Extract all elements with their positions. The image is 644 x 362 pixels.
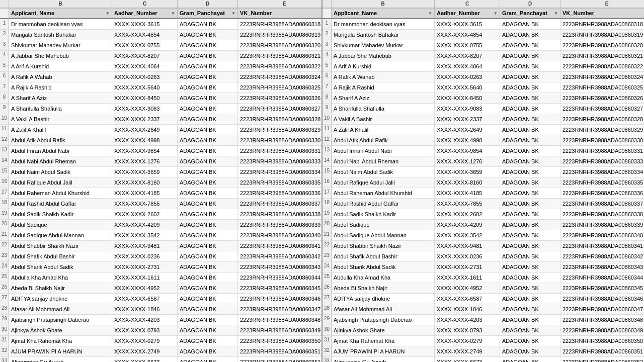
cell-vk[interactable]: 2223RNRHR3988ADA00860335 xyxy=(238,177,321,188)
filter-icon-aadhar-right[interactable]: ▼ xyxy=(494,11,498,16)
cell-name[interactable]: Abeda Bi Shaikh Najir xyxy=(332,283,435,293)
cell-gram[interactable]: ADAGOAN BK xyxy=(500,283,560,293)
header-vk-right[interactable]: VK_Number ▼ xyxy=(560,9,644,18)
cell-vk[interactable]: 2223RNRHR3988ADA00860340 xyxy=(560,230,644,240)
cell-vk[interactable]: 2223RNRHR3988ADA00860326 xyxy=(560,93,644,103)
cell-gram[interactable]: ADAGOAN BK xyxy=(178,51,238,61)
header-aadhar-left[interactable]: Aadhar_Number ▼ xyxy=(112,9,178,18)
cell-name[interactable]: Abdul Naim Abdul Sadik xyxy=(332,167,435,177)
cell-vk[interactable]: 2223RNRHR3988ADA00860352 xyxy=(560,357,644,362)
cell-name[interactable]: Ajinkya Ashok Ghate xyxy=(332,325,435,335)
cell-aadhar[interactable]: XXXX-XXXX-1846 xyxy=(112,304,178,314)
cell-aadhar[interactable]: XXXX-XXXX-6587 xyxy=(435,294,500,304)
cell-gram[interactable]: ADAGOAN BK xyxy=(500,72,560,82)
cell-gram[interactable]: ADAGOAN BK xyxy=(500,93,560,103)
cell-aadhar[interactable]: XXXX-XXXX-0755 xyxy=(112,40,178,50)
cell-aadhar[interactable]: XXXX-XXXX-6673 xyxy=(112,357,178,362)
cell-name[interactable]: A Arif A Kurshid xyxy=(9,61,112,71)
cell-aadhar[interactable]: XXXX-XXXX-2649 xyxy=(112,125,178,135)
cell-aadhar[interactable]: XXXX-XXXX-3659 xyxy=(112,167,178,177)
filter-icon-applicant-right[interactable]: ▼ xyxy=(428,11,432,16)
cell-gram[interactable]: ADAGOAN BK xyxy=(178,251,238,261)
cell-name[interactable]: Abdulla Kha Amad Kha xyxy=(9,273,112,283)
cell-aadhar[interactable]: XXXX-XXXX-8160 xyxy=(112,177,178,188)
cell-name[interactable]: Abdulla Kha Amad Kha xyxy=(332,273,435,283)
cell-vk[interactable]: 2223RNRHR3988ADA00860331 xyxy=(238,146,321,156)
cell-aadhar[interactable]: XXXX-XXXX-2337 xyxy=(435,114,500,124)
cell-vk[interactable]: 2223RNRHR3988ADA00860349 xyxy=(238,325,321,335)
cell-vk[interactable]: 2223RNRHR3988ADA00860344 xyxy=(560,273,644,283)
cell-vk[interactable]: 2223RNRHR3988ADA00860335 xyxy=(560,177,644,188)
cell-name[interactable]: Abdul Shabbir Shaikh Nazir xyxy=(9,241,112,251)
cell-aadhar[interactable]: XXXX-XXXX-2731 xyxy=(112,262,178,272)
cell-name[interactable]: Alimunnisa Gu Ayyub xyxy=(9,357,112,362)
cell-name[interactable]: A Rafik A Wahab xyxy=(9,72,112,82)
cell-vk[interactable]: 2223RNRHR3988ADA00860346 xyxy=(238,294,321,304)
cell-gram[interactable]: ADAGOAN BK xyxy=(500,209,560,219)
cell-vk[interactable]: 2223RNRHR3988ADA00860320 xyxy=(560,40,644,50)
cell-vk[interactable]: 2223RNRHR3988ADA00860318 xyxy=(560,19,644,29)
cell-name[interactable]: ADITYA sanjay dhokne xyxy=(332,294,435,304)
cell-gram[interactable]: ADAGOAN BK xyxy=(178,135,238,145)
cell-gram[interactable]: ADAGOAN BK xyxy=(178,61,238,71)
cell-vk[interactable]: 2223RNRHR3988ADA00860345 xyxy=(238,283,321,293)
cell-vk[interactable]: 2223RNRHR3988ADA00860325 xyxy=(238,82,321,93)
cell-aadhar[interactable]: XXXX-XXXX-0236 xyxy=(112,251,178,261)
cell-aadhar[interactable]: XXXX-XXXX-7855 xyxy=(435,199,500,209)
filter-icon-applicant-left[interactable]: ▼ xyxy=(106,11,110,16)
cell-aadhar[interactable]: XXXX-XXXX-0793 xyxy=(435,325,500,335)
cell-aadhar[interactable]: XXXX-XXXX-4998 xyxy=(112,135,178,145)
cell-aadhar[interactable]: XXXX-XXXX-0279 xyxy=(435,336,500,346)
cell-gram[interactable]: ADAGOAN BK xyxy=(500,188,560,198)
cell-vk[interactable]: 2223RNRHR3988ADA00860324 xyxy=(560,72,644,82)
cell-vk[interactable]: 2223RNRHR3988ADA00860347 xyxy=(560,304,644,314)
cell-aadhar[interactable]: XXXX-XXXX-8207 xyxy=(435,51,500,61)
cell-aadhar[interactable]: XXXX-XXXX-9481 xyxy=(112,241,178,251)
cell-gram[interactable]: ADAGOAN BK xyxy=(500,325,560,335)
cell-name[interactable]: A Sharif A Aziz xyxy=(332,93,435,103)
cell-aadhar[interactable]: XXXX-XXXX-2602 xyxy=(435,209,500,219)
cell-name[interactable]: A Sharif A Aziz xyxy=(9,93,112,103)
cell-gram[interactable]: ADAGOAN BK xyxy=(500,315,560,325)
cell-name[interactable]: ADITYA sanjay dhokne xyxy=(9,294,112,304)
cell-name[interactable]: Dr manmohan deokisan vyas xyxy=(9,19,112,29)
cell-gram[interactable]: ADAGOAN BK xyxy=(178,262,238,272)
cell-name[interactable]: AJUM PRAWIN PI A HARUN xyxy=(332,346,435,356)
cell-vk[interactable]: 2223RNRHR3988ADA00860346 xyxy=(560,294,644,304)
cell-vk[interactable]: 2223RNRHR3988ADA00860342 xyxy=(238,251,321,261)
cell-aadhar[interactable]: XXXX-XXXX-4064 xyxy=(435,61,500,71)
cell-vk[interactable]: 2223RNRHR3988ADA00860350 xyxy=(238,336,321,346)
cell-gram[interactable]: ADAGOAN BK xyxy=(178,283,238,293)
cell-vk[interactable]: 2223RNRHR3988ADA00860329 xyxy=(238,125,321,135)
cell-aadhar[interactable]: XXXX-XXXX-0755 xyxy=(435,40,500,50)
cell-aadhar[interactable]: XXXX-XXXX-9854 xyxy=(112,146,178,156)
cell-vk[interactable]: 2223RNRHR3988ADA00860344 xyxy=(238,273,321,283)
cell-aadhar[interactable]: XXXX-XXXX-4203 xyxy=(435,315,500,325)
cell-aadhar[interactable]: XXXX-XXXX-0263 xyxy=(112,72,178,82)
cell-vk[interactable]: 2223RNRHR3988ADA00860333 xyxy=(238,156,321,166)
header-applicant-name-left[interactable]: Applicant_Name ▼ xyxy=(9,9,112,18)
cell-aadhar[interactable]: XXXX-XXXX-9083 xyxy=(112,104,178,114)
cell-name[interactable]: Abdul Sadik Shaikh Kadir xyxy=(9,209,112,219)
cell-gram[interactable]: ADAGOAN BK xyxy=(500,273,560,283)
cell-vk[interactable]: 2223RNRHR3988ADA00860341 xyxy=(560,241,644,251)
cell-gram[interactable]: ADAGOAN BK xyxy=(178,209,238,219)
cell-name[interactable]: Mangala Santosh Bahakar xyxy=(332,30,435,40)
cell-gram[interactable]: ADAGOAN BK xyxy=(500,346,560,356)
cell-vk[interactable]: 2223RNRHR3988ADA00860325 xyxy=(560,82,644,93)
cell-aadhar[interactable]: XXXX-XXXX-4203 xyxy=(112,315,178,325)
cell-name[interactable]: Shivkumar Mahadev Murkar xyxy=(9,40,112,50)
cell-gram[interactable]: ADAGOAN BK xyxy=(178,325,238,335)
cell-aadhar[interactable]: XXXX-XXXX-8450 xyxy=(112,93,178,103)
cell-vk[interactable]: 2223RNRHR3988ADA00860321 xyxy=(560,51,644,61)
header-gram-right[interactable]: Gram_Panchayat ▼ xyxy=(500,9,560,18)
cell-name[interactable]: Ajabsingh Pratapsingh Daberao xyxy=(332,315,435,325)
cell-vk[interactable]: 2223RNRHR3988ADA00860330 xyxy=(238,135,321,145)
cell-vk[interactable]: 2223RNRHR3988ADA00860343 xyxy=(560,262,644,272)
cell-aadhar[interactable]: XXXX-XXXX-2731 xyxy=(435,262,500,272)
cell-gram[interactable]: ADAGOAN BK xyxy=(500,40,560,50)
cell-vk[interactable]: 2223RNRHR3988ADA00860328 xyxy=(560,114,644,124)
cell-aadhar[interactable]: XXXX-XXXX-2749 xyxy=(435,346,500,356)
cell-aadhar[interactable]: XXXX-XXXX-1276 xyxy=(112,156,178,166)
cell-name[interactable]: A Jabbar She Mahebub xyxy=(332,51,435,61)
